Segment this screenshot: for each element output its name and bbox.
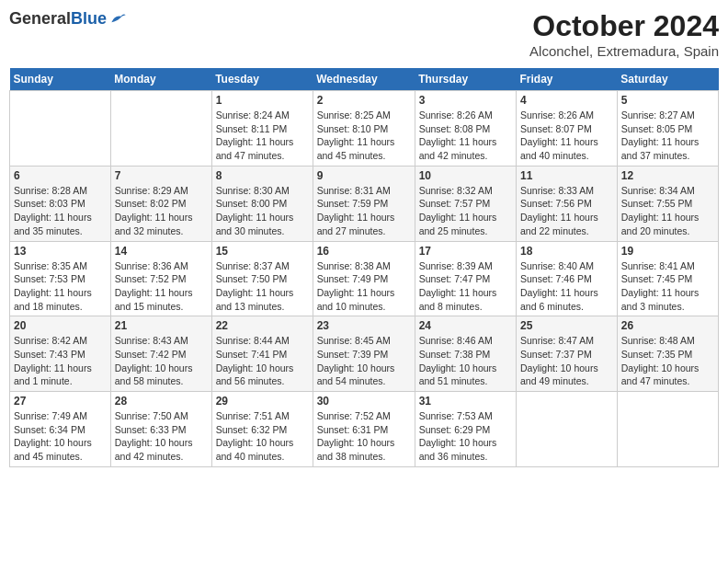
title-block: October 2024 Alconchel, Extremadura, Spa… [529,9,719,59]
day-number: 12 [621,169,714,182]
day-info: Sunrise: 8:48 AMSunset: 7:35 PMDaylight:… [621,334,714,388]
day-number: 19 [621,245,714,258]
day-number: 20 [14,319,107,332]
day-number: 28 [115,395,208,408]
day-number: 17 [419,245,512,258]
day-info: Sunrise: 8:29 AMSunset: 8:02 PMDaylight:… [115,184,208,238]
calendar-header-friday: Friday [517,68,618,91]
day-info: Sunrise: 8:37 AMSunset: 7:50 PMDaylight:… [216,259,309,314]
calendar-cell: 11Sunrise: 8:33 AMSunset: 7:56 PMDayligh… [517,166,618,241]
calendar-cell: 8Sunrise: 8:30 AMSunset: 8:00 PMDaylight… [211,166,313,241]
day-info: Sunrise: 8:32 AMSunset: 7:57 PMDaylight:… [419,184,512,238]
day-info: Sunrise: 8:38 AMSunset: 7:49 PMDaylight:… [317,259,411,314]
day-number: 25 [520,319,613,332]
day-number: 5 [621,94,714,107]
day-info: Sunrise: 8:47 AMSunset: 7:37 PMDaylight:… [520,334,613,388]
day-info: Sunrise: 8:24 AMSunset: 8:11 PMDaylight:… [216,109,309,163]
calendar-cell: 19Sunrise: 8:41 AMSunset: 7:45 PMDayligh… [617,241,718,316]
day-number: 4 [520,94,613,107]
calendar-table: SundayMondayTuesdayWednesdayThursdayFrid… [9,68,719,467]
calendar-header-tuesday: Tuesday [211,68,313,91]
day-number: 30 [317,395,411,408]
calendar-cell: 20Sunrise: 8:42 AMSunset: 7:43 PMDayligh… [10,316,111,392]
day-number: 1 [216,94,309,107]
calendar-cell: 16Sunrise: 8:38 AMSunset: 7:49 PMDayligh… [313,241,415,316]
logo-blue-text: Blue [71,9,107,29]
day-number: 24 [419,319,512,332]
calendar-cell: 22Sunrise: 8:44 AMSunset: 7:41 PMDayligh… [211,316,313,392]
calendar-header-wednesday: Wednesday [313,68,415,91]
calendar-cell: 23Sunrise: 8:45 AMSunset: 7:39 PMDayligh… [313,316,415,392]
day-number: 6 [14,169,107,182]
day-number: 23 [317,319,411,332]
calendar-cell: 27Sunrise: 7:49 AMSunset: 6:34 PMDayligh… [10,392,111,467]
day-number: 3 [419,94,512,107]
calendar-cell: 31Sunrise: 7:53 AMSunset: 6:29 PMDayligh… [415,392,516,467]
calendar-cell: 13Sunrise: 8:35 AMSunset: 7:53 PMDayligh… [10,241,111,316]
day-info: Sunrise: 8:43 AMSunset: 7:42 PMDaylight:… [115,334,208,388]
calendar-cell: 5Sunrise: 8:27 AMSunset: 8:05 PMDaylight… [617,91,718,167]
page-header: General Blue October 2024 Alconchel, Ext… [9,9,719,59]
month-title: October 2024 [529,9,719,43]
day-info: Sunrise: 8:42 AMSunset: 7:43 PMDaylight:… [14,334,107,388]
calendar-cell: 7Sunrise: 8:29 AMSunset: 8:02 PMDaylight… [110,166,211,241]
day-number: 2 [317,94,411,107]
logo-general-text: General [9,9,71,29]
day-info: Sunrise: 7:52 AMSunset: 6:31 PMDaylight:… [317,409,411,464]
calendar-header-row: SundayMondayTuesdayWednesdayThursdayFrid… [10,68,719,91]
day-info: Sunrise: 7:51 AMSunset: 6:32 PMDaylight:… [216,409,309,464]
day-info: Sunrise: 8:35 AMSunset: 7:53 PMDaylight:… [14,259,107,314]
calendar-cell: 2Sunrise: 8:25 AMSunset: 8:10 PMDaylight… [313,91,415,167]
calendar-cell: 4Sunrise: 8:26 AMSunset: 8:07 PMDaylight… [517,91,618,167]
calendar-cell: 18Sunrise: 8:40 AMSunset: 7:46 PMDayligh… [517,241,618,316]
day-number: 13 [14,245,107,258]
calendar-cell: 3Sunrise: 8:26 AMSunset: 8:08 PMDaylight… [415,91,516,167]
logo: General Blue [9,9,127,29]
day-info: Sunrise: 8:40 AMSunset: 7:46 PMDaylight:… [520,259,613,314]
day-number: 7 [115,169,208,182]
calendar-week-row: 27Sunrise: 7:49 AMSunset: 6:34 PMDayligh… [10,392,719,467]
day-number: 15 [216,245,309,258]
day-number: 31 [419,395,512,408]
day-info: Sunrise: 8:46 AMSunset: 7:38 PMDaylight:… [419,334,512,388]
day-number: 27 [14,395,107,408]
day-info: Sunrise: 8:31 AMSunset: 7:59 PMDaylight:… [317,184,411,238]
day-info: Sunrise: 7:53 AMSunset: 6:29 PMDaylight:… [419,409,512,464]
day-info: Sunrise: 7:50 AMSunset: 6:33 PMDaylight:… [115,409,208,464]
location-text: Alconchel, Extremadura, Spain [529,43,719,59]
calendar-cell: 14Sunrise: 8:36 AMSunset: 7:52 PMDayligh… [110,241,211,316]
day-number: 10 [419,169,512,182]
calendar-header-monday: Monday [110,68,211,91]
calendar-cell [517,392,618,467]
calendar-cell: 10Sunrise: 8:32 AMSunset: 7:57 PMDayligh… [415,166,516,241]
calendar-cell: 1Sunrise: 8:24 AMSunset: 8:11 PMDaylight… [211,91,313,167]
calendar-cell [617,392,718,467]
day-info: Sunrise: 8:27 AMSunset: 8:05 PMDaylight:… [621,109,714,163]
day-number: 18 [520,245,613,258]
day-number: 29 [216,395,309,408]
day-info: Sunrise: 8:41 AMSunset: 7:45 PMDaylight:… [621,259,714,314]
calendar-cell [110,91,211,167]
calendar-cell: 6Sunrise: 8:28 AMSunset: 8:03 PMDaylight… [10,166,111,241]
day-number: 11 [520,169,613,182]
calendar-cell: 24Sunrise: 8:46 AMSunset: 7:38 PMDayligh… [415,316,516,392]
calendar-cell: 28Sunrise: 7:50 AMSunset: 6:33 PMDayligh… [110,392,211,467]
calendar-cell: 17Sunrise: 8:39 AMSunset: 7:47 PMDayligh… [415,241,516,316]
calendar-week-row: 6Sunrise: 8:28 AMSunset: 8:03 PMDaylight… [10,166,719,241]
day-info: Sunrise: 8:28 AMSunset: 8:03 PMDaylight:… [14,184,107,238]
calendar-header-sunday: Sunday [10,68,111,91]
day-info: Sunrise: 8:45 AMSunset: 7:39 PMDaylight:… [317,334,411,388]
day-info: Sunrise: 8:26 AMSunset: 8:07 PMDaylight:… [520,109,613,163]
day-info: Sunrise: 8:33 AMSunset: 7:56 PMDaylight:… [520,184,613,238]
day-info: Sunrise: 7:49 AMSunset: 6:34 PMDaylight:… [14,409,107,464]
calendar-cell: 26Sunrise: 8:48 AMSunset: 7:35 PMDayligh… [617,316,718,392]
day-number: 8 [216,169,309,182]
calendar-header-thursday: Thursday [415,68,516,91]
day-number: 26 [621,319,714,332]
day-info: Sunrise: 8:34 AMSunset: 7:55 PMDaylight:… [621,184,714,238]
day-info: Sunrise: 8:39 AMSunset: 7:47 PMDaylight:… [419,259,512,314]
calendar-cell: 9Sunrise: 8:31 AMSunset: 7:59 PMDaylight… [313,166,415,241]
logo-bird-icon [108,10,127,29]
day-info: Sunrise: 8:25 AMSunset: 8:10 PMDaylight:… [317,109,411,163]
calendar-cell: 15Sunrise: 8:37 AMSunset: 7:50 PMDayligh… [211,241,313,316]
